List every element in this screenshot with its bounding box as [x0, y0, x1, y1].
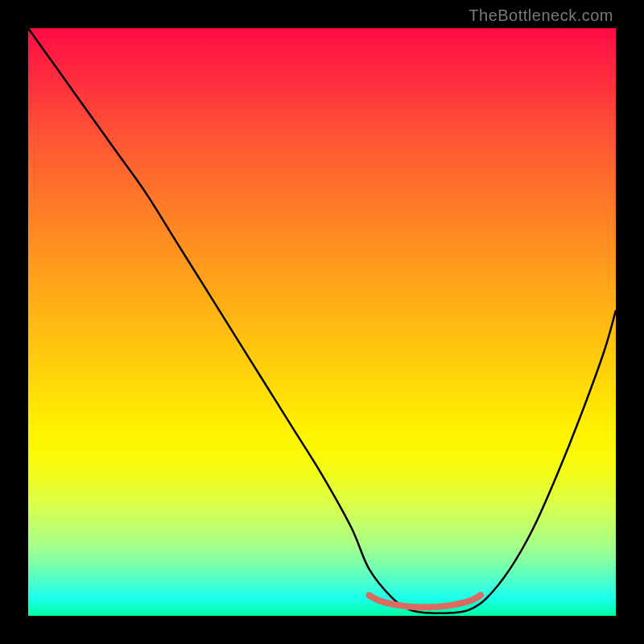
plot-area — [28, 28, 616, 616]
curve-layer — [28, 28, 616, 616]
bottleneck-curve — [28, 28, 616, 613]
chart-container: TheBottleneck.com — [0, 0, 644, 644]
optimal-zone-marker — [369, 595, 481, 607]
watermark-text: TheBottleneck.com — [469, 6, 613, 25]
